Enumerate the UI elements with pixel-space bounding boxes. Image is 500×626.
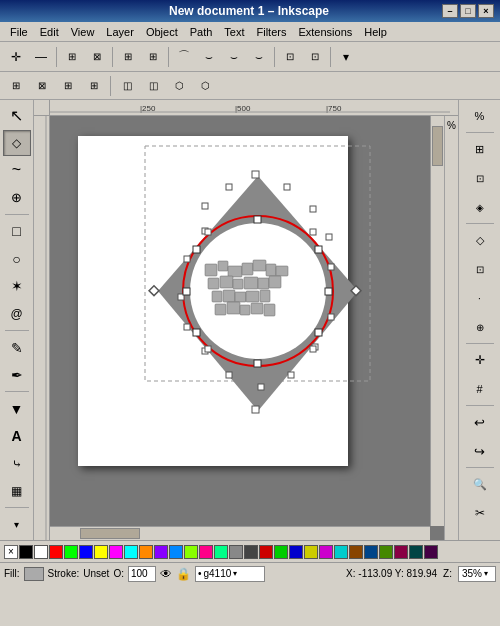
ctx-btn6[interactable]: ◫ (141, 74, 165, 98)
fill-tool[interactable]: ▼ (3, 395, 31, 422)
calligraphy-tool[interactable]: ✒ (3, 362, 31, 389)
menu-item-edit[interactable]: Edit (34, 25, 65, 39)
color-swatch-25[interactable] (394, 545, 408, 559)
tool-select-btn[interactable]: ✛ (4, 45, 28, 69)
snap-smooth-btn[interactable]: ⊡ (464, 255, 496, 283)
close-button[interactable]: × (478, 4, 494, 18)
snap-grid-btn[interactable]: # (464, 375, 496, 403)
align-btn[interactable]: ⊞ (141, 45, 165, 69)
color-swatch-14[interactable] (229, 545, 243, 559)
no-color-swatch[interactable]: × (4, 545, 18, 559)
zoom-nodes-btn[interactable]: ⊞ (60, 45, 84, 69)
zoom-dropdown[interactable]: 35% ▾ (458, 566, 496, 582)
rect-tool[interactable]: □ (3, 218, 31, 245)
snap-btn2[interactable]: ⊡ (303, 45, 327, 69)
color-swatch-4[interactable] (79, 545, 93, 559)
color-swatch-21[interactable] (334, 545, 348, 559)
snap-guide-btn[interactable]: ✛ (464, 346, 496, 374)
expand-tools[interactable]: ▾ (3, 511, 31, 538)
ctx-btn5[interactable]: ◫ (115, 74, 139, 98)
distribute-btn[interactable]: ⊞ (116, 45, 140, 69)
cut-btn[interactable]: ✂ (464, 499, 496, 527)
color-swatch-1[interactable] (34, 545, 48, 559)
fill-swatch[interactable] (24, 567, 44, 581)
color-swatch-23[interactable] (364, 545, 378, 559)
ctx-btn1[interactable]: ⊞ (4, 74, 28, 98)
star-tool[interactable]: ✶ (3, 273, 31, 300)
color-swatch-11[interactable] (184, 545, 198, 559)
color-swatch-18[interactable] (289, 545, 303, 559)
color-swatch-16[interactable] (259, 545, 273, 559)
color-swatch-9[interactable] (154, 545, 168, 559)
menu-item-view[interactable]: View (65, 25, 101, 39)
color-swatch-24[interactable] (379, 545, 393, 559)
snap-btn1[interactable]: ⊡ (278, 45, 302, 69)
eye-icon[interactable]: 👁 (160, 567, 172, 581)
zoom-sel-btn[interactable]: ⊠ (85, 45, 109, 69)
ctx-btn7[interactable]: ⬡ (167, 74, 191, 98)
lock-icon[interactable]: 🔒 (176, 567, 191, 581)
curve4-btn[interactable]: ⌣ (247, 45, 271, 69)
color-swatch-26[interactable] (409, 545, 423, 559)
ctx-btn2[interactable]: ⊠ (30, 74, 54, 98)
text-tool[interactable]: A (3, 423, 31, 450)
color-swatch-3[interactable] (64, 545, 78, 559)
node-tool[interactable]: ◇ (3, 130, 31, 157)
curve2-btn[interactable]: ⌣ (197, 45, 221, 69)
color-swatch-13[interactable] (214, 545, 228, 559)
opacity-input[interactable] (128, 566, 156, 582)
selector-tool[interactable]: ↖ (3, 102, 31, 129)
color-swatch-8[interactable] (139, 545, 153, 559)
menu-item-file[interactable]: File (4, 25, 34, 39)
color-swatch-19[interactable] (304, 545, 318, 559)
color-swatch-20[interactable] (319, 545, 333, 559)
zoom-in-btn[interactable]: 🔍 (464, 470, 496, 498)
menu-item-object[interactable]: Object (140, 25, 184, 39)
snap-bbox-edge-btn[interactable]: ⊡ (464, 164, 496, 192)
snap-center-btn[interactable]: ⊕ (464, 313, 496, 341)
undo-btn[interactable]: ↩ (464, 408, 496, 436)
hscroll-thumb[interactable] (80, 528, 140, 539)
more-btn[interactable]: ▾ (334, 45, 358, 69)
color-swatch-5[interactable] (94, 545, 108, 559)
vertical-scrollbar[interactable] (430, 116, 444, 526)
color-swatch-7[interactable] (124, 545, 138, 559)
ctx-btn8[interactable]: ⬡ (193, 74, 217, 98)
redo-btn[interactable]: ↪ (464, 437, 496, 465)
menu-item-filters[interactable]: Filters (251, 25, 293, 39)
color-swatch-15[interactable] (244, 545, 258, 559)
curve3-btn[interactable]: ⌣ (222, 45, 246, 69)
snap-mid-btn[interactable]: · (464, 284, 496, 312)
connector-tool[interactable]: ⤷ (3, 450, 31, 477)
menu-item-layer[interactable]: Layer (100, 25, 140, 39)
ctx-btn3[interactable]: ⊞ (56, 74, 80, 98)
snap-bbox-mid-btn[interactable]: ◈ (464, 193, 496, 221)
id-dropdown[interactable]: • g4110 ▾ (195, 566, 265, 582)
pencil-tool[interactable]: ✎ (3, 334, 31, 361)
color-swatch-2[interactable] (49, 545, 63, 559)
tool-node-btn[interactable]: — (29, 45, 53, 69)
zoom-tool[interactable]: ⊕ (3, 185, 31, 212)
color-swatch-12[interactable] (199, 545, 213, 559)
color-swatch-10[interactable] (169, 545, 183, 559)
snap-bbox-btn[interactable]: ⊞ (464, 135, 496, 163)
color-swatch-27[interactable] (424, 545, 438, 559)
menu-item-path[interactable]: Path (184, 25, 219, 39)
menu-item-text[interactable]: Text (218, 25, 250, 39)
circle-tool[interactable]: ○ (3, 246, 31, 273)
vscroll-thumb[interactable] (432, 126, 443, 166)
color-swatch-22[interactable] (349, 545, 363, 559)
horizontal-scrollbar[interactable] (50, 526, 430, 540)
color-swatch-0[interactable] (19, 545, 33, 559)
spiral-tool[interactable]: @ (3, 301, 31, 328)
color-swatch-6[interactable] (109, 545, 123, 559)
snap-enable-btn[interactable]: % (464, 102, 496, 130)
maximize-button[interactable]: □ (460, 4, 476, 18)
canvas-area[interactable]: |250 |500 |750 % (34, 100, 458, 540)
tweak-tool[interactable]: ~ (3, 157, 31, 184)
color-swatch-17[interactable] (274, 545, 288, 559)
gradient-tool[interactable]: ▦ (3, 478, 31, 505)
snap-node-btn[interactable]: ◇ (464, 226, 496, 254)
ctx-btn4[interactable]: ⊞ (82, 74, 106, 98)
curve1-btn[interactable]: ⌒ (172, 45, 196, 69)
